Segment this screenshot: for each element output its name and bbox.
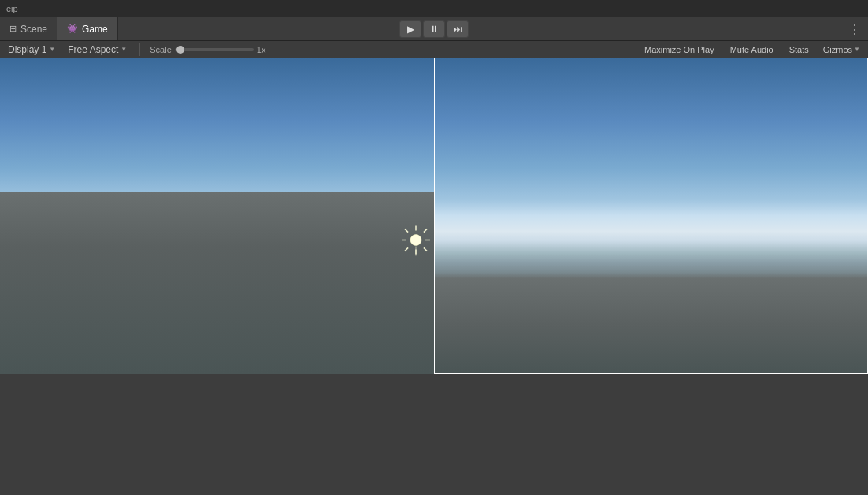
pause-button[interactable]: ⏸ <box>423 20 445 38</box>
tab-bar-menu[interactable]: ⋮ <box>848 21 862 36</box>
scale-group: Scale 1x <box>150 45 265 54</box>
bottom-ground-area <box>0 374 868 495</box>
play-button[interactable]: ▶ <box>399 20 421 38</box>
scene-tab-label: Scene <box>20 24 47 35</box>
svg-line-5 <box>424 248 427 251</box>
gizmos-dropdown[interactable]: Gizmos ▼ <box>820 44 863 55</box>
sun-svg <box>400 225 432 256</box>
scale-slider[interactable] <box>175 48 254 51</box>
game-view-sky <box>435 58 867 373</box>
stats-button[interactable]: Stats <box>785 44 814 55</box>
directional-light-icon[interactable] <box>400 225 432 259</box>
svg-point-8 <box>410 235 421 246</box>
toolbar-separator-1 <box>139 43 140 56</box>
maximize-on-play-button[interactable]: Maximize On Play <box>640 44 719 55</box>
aspect-label: Free Aspect <box>68 44 118 55</box>
title-bar: eip <box>0 0 868 17</box>
display-dropdown-arrow: ▼ <box>49 46 55 53</box>
svg-line-6 <box>424 229 427 232</box>
svg-line-4 <box>405 229 408 232</box>
viewport-divider <box>434 58 435 374</box>
viewport-area <box>0 58 868 495</box>
step-icon: ⏭ <box>453 24 462 35</box>
gizmos-arrow: ▼ <box>854 46 860 53</box>
tab-menu-icon: ⋮ <box>848 22 862 35</box>
scale-label: Scale <box>150 45 172 54</box>
tab-scene[interactable]: ⊞ Scene <box>0 17 57 40</box>
toolbar: Display 1 ▼ Free Aspect ▼ Scale 1x Maxim… <box>0 41 868 58</box>
aspect-dropdown-arrow: ▼ <box>121 46 127 53</box>
game-view[interactable] <box>434 58 868 374</box>
play-icon: ▶ <box>407 24 414 35</box>
game-tab-icon: 👾 <box>67 24 78 34</box>
display-dropdown[interactable]: Display 1 ▼ <box>5 43 58 56</box>
step-button[interactable]: ⏭ <box>447 20 469 38</box>
tab-game[interactable]: 👾 Game <box>57 17 118 40</box>
svg-line-7 <box>405 248 408 251</box>
scale-slider-thumb <box>176 46 184 54</box>
aspect-dropdown[interactable]: Free Aspect ▼ <box>65 43 130 56</box>
play-controls: ▶ ⏸ ⏭ <box>399 20 469 38</box>
pause-icon: ⏸ <box>429 24 439 35</box>
game-tab-label: Game <box>82 24 108 35</box>
title-text: eip <box>6 4 18 13</box>
scale-value: 1x <box>257 45 266 54</box>
toolbar-right: Maximize On Play Mute Audio Stats Gizmos… <box>640 44 863 55</box>
tab-bar: ⊞ Scene 👾 Game ▶ ⏸ ⏭ ⋮ <box>0 17 868 41</box>
scene-tab-icon: ⊞ <box>9 24 17 34</box>
display-label: Display 1 <box>8 44 46 55</box>
mute-audio-button[interactable]: Mute Audio <box>725 44 778 55</box>
